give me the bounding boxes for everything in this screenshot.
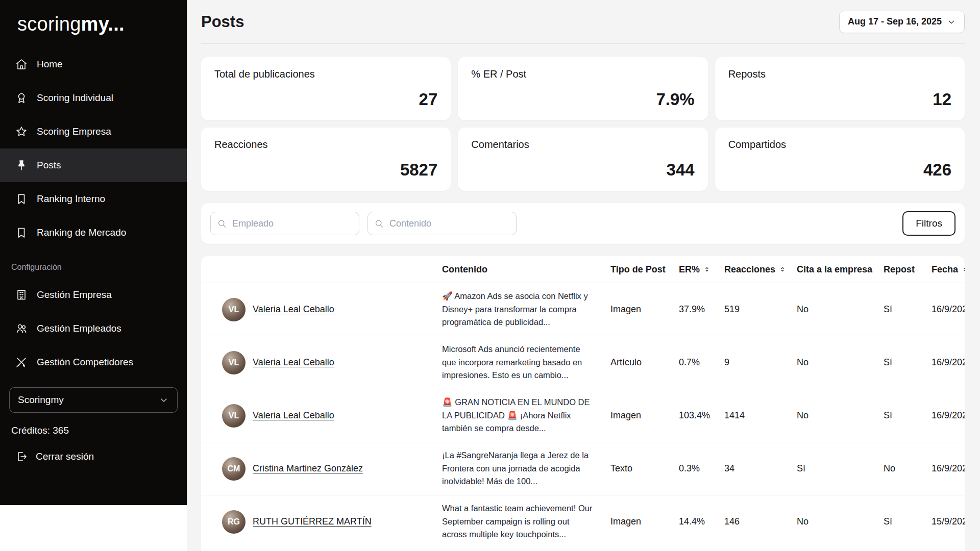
post-reactions: 9	[724, 357, 797, 368]
sidebar-item-gestion-competidores[interactable]: Gestión Competidores	[0, 345, 187, 379]
avatar: VL	[222, 404, 246, 428]
stat-card-comentarios: Comentarios 344	[458, 128, 707, 191]
table-row: CM Cristina Martinez González ¡La #Sangr…	[201, 442, 965, 495]
post-date: 16/9/2025	[932, 463, 965, 474]
stat-card-compartidos: Compartidos 426	[715, 128, 965, 191]
post-type: Imagen	[610, 516, 679, 527]
workspace-selected-label: Scoringmy	[18, 394, 64, 406]
chevron-down-icon	[159, 395, 169, 405]
avatar: RG	[222, 510, 246, 534]
post-company-mention: No	[797, 357, 884, 368]
page-title: Posts	[201, 13, 244, 31]
post-er: 37.9%	[679, 304, 724, 315]
author-cell: VL Valeria Leal Ceballo	[201, 351, 442, 374]
sidebar-item-gestion-empleados[interactable]: Gestión Empleados	[0, 312, 187, 345]
employee-search-input[interactable]	[210, 212, 359, 235]
post-er: 14.4%	[679, 516, 724, 527]
avatar: CM	[222, 457, 246, 481]
stat-card-er-post: % ER / Post 7.9%	[458, 57, 707, 120]
author-cell: VL Valeria Leal Ceballo	[201, 298, 442, 321]
post-company-mention: No	[797, 304, 884, 315]
post-repost: Sí	[884, 516, 932, 527]
column-header-repost: Repost	[884, 264, 932, 275]
date-range-selector[interactable]: Aug 17 - Sep 16, 2025	[839, 11, 965, 33]
post-type: Texto	[610, 463, 679, 474]
sidebar-item-ranking-interno[interactable]: Ranking Interno	[0, 182, 187, 216]
medal-icon	[15, 92, 28, 104]
sidebar-config-nav: Gestión Empresa Gestión Empleados Gestió…	[0, 278, 187, 379]
column-header-label: Tipo de Post	[610, 264, 666, 275]
sidebar-item-label: Ranking de Mercado	[37, 227, 126, 238]
post-content: What a fantastic team achievement! Our S…	[442, 502, 610, 541]
column-header-fecha[interactable]: Fecha	[932, 264, 965, 275]
post-type: Imagen	[610, 410, 679, 421]
author-link[interactable]: Valeria Leal Ceballo	[253, 304, 334, 315]
column-header-reacciones[interactable]: Reacciones	[724, 264, 797, 275]
sort-icon	[703, 266, 710, 273]
sidebar-nav: Home Scoring Individual Scoring Empresa …	[0, 47, 187, 249]
post-er: 103.4%	[679, 410, 724, 421]
sidebar-item-label: Scoring Empresa	[37, 126, 111, 137]
author-link[interactable]: Valeria Leal Ceballo	[253, 410, 334, 421]
sidebar-item-home[interactable]: Home	[0, 47, 187, 81]
post-date: 16/9/2025	[932, 357, 965, 368]
stat-value: 27	[419, 90, 438, 109]
stat-value: 5827	[400, 160, 437, 180]
filter-bar: Filtros	[201, 203, 965, 244]
sidebar-item-label: Gestión Empresa	[37, 289, 112, 300]
content-search-input[interactable]	[368, 212, 517, 235]
stat-label: Reacciones	[214, 139, 437, 151]
sidebar-item-gestion-empresa[interactable]: Gestión Empresa	[0, 278, 187, 312]
post-type: Artículo	[610, 357, 679, 368]
stat-value: 426	[923, 160, 951, 180]
author-link[interactable]: Valeria Leal Ceballo	[253, 357, 334, 368]
post-company-mention: No	[797, 516, 884, 527]
post-reactions: 34	[724, 463, 797, 474]
sidebar-item-ranking-de-mercado[interactable]: Ranking de Mercado	[0, 216, 187, 249]
employee-search	[210, 212, 359, 235]
table-row: RG RUTH GUTIÉRREZ MARTÍN What a fantasti…	[201, 495, 965, 548]
page-header: Posts Aug 17 - Sep 16, 2025	[201, 0, 965, 44]
stat-label: Reposts	[728, 68, 951, 80]
sidebar-item-scoring-empresa[interactable]: Scoring Empresa	[0, 115, 187, 148]
filters-button[interactable]: Filtros	[902, 211, 955, 236]
post-reactions: 519	[724, 304, 797, 315]
home-icon	[15, 58, 28, 70]
content-search	[368, 212, 517, 235]
users-icon	[15, 322, 28, 335]
author-link[interactable]: Cristina Martinez González	[253, 463, 363, 474]
avatar: VL	[222, 298, 246, 321]
post-er: 0.3%	[679, 463, 724, 474]
logout-button[interactable]: Cerrar sesión	[0, 438, 187, 475]
sort-icon	[962, 266, 965, 273]
column-header-cita-a-la-empresa: Cita a la empresa	[797, 264, 884, 275]
stat-value: 7.9%	[656, 90, 694, 109]
sidebar-item-label: Home	[37, 59, 63, 70]
logout-icon	[15, 450, 28, 463]
logout-label: Cerrar sesión	[36, 451, 94, 462]
stats-grid: Total de publicaciones 27 % ER / Post 7.…	[201, 57, 965, 191]
post-content: ¡La #SangreNaranja llega a Jerez de la F…	[442, 449, 610, 488]
column-header-er[interactable]: ER%	[679, 264, 724, 275]
sidebar: scoringmy... Home Scoring Individual Sco…	[0, 0, 187, 505]
stat-label: Comentarios	[471, 139, 694, 151]
author-cell: CM Cristina Martinez González	[201, 457, 442, 481]
sort-icon	[779, 266, 786, 273]
table-header-row: Contenido Tipo de Post ER% Reacciones Ci…	[201, 256, 965, 283]
post-content: 🚀 Amazon Ads se asocia con Netflix y Dis…	[442, 290, 610, 329]
date-range-label: Aug 17 - Sep 16, 2025	[848, 16, 942, 27]
sidebar-item-posts[interactable]: Posts	[0, 148, 187, 182]
author-link[interactable]: RUTH GUTIÉRREZ MARTÍN	[253, 516, 372, 527]
config-section-label: Configuración	[0, 249, 187, 275]
post-company-mention: Sí	[797, 463, 884, 474]
search-icon	[217, 219, 227, 229]
workspace-selector[interactable]: Scoringmy	[9, 387, 178, 413]
posts-table: Contenido Tipo de Post ER% Reacciones Ci…	[201, 256, 965, 551]
post-date: 16/9/2025	[932, 304, 965, 315]
column-header-label: ER%	[679, 264, 700, 275]
sidebar-item-label: Gestión Empleados	[37, 323, 121, 334]
sidebar-item-scoring-individual[interactable]: Scoring Individual	[0, 81, 187, 115]
post-date: 15/9/2025	[932, 516, 965, 527]
author-cell: VL Valeria Leal Ceballo	[201, 404, 442, 428]
column-header-label: Fecha	[932, 264, 958, 275]
